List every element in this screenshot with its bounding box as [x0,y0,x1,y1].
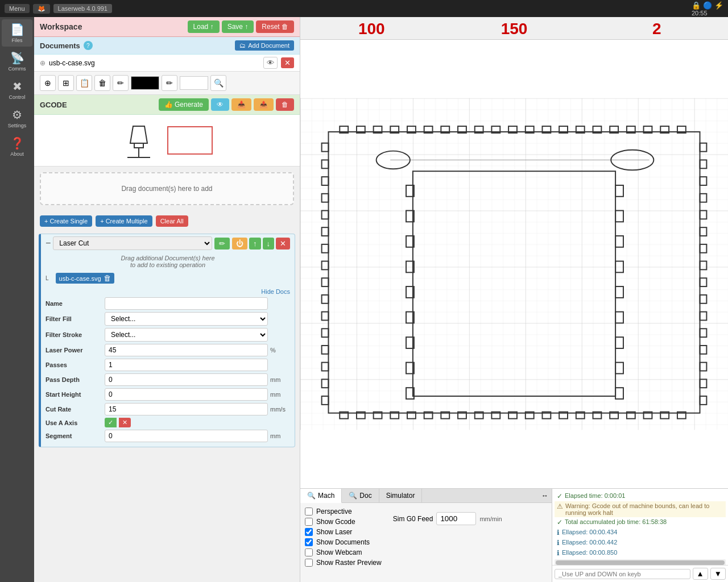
input-segment[interactable] [105,430,268,442]
checkbox-show-gcode[interactable] [305,518,313,526]
drag-hint-line2: to add to existing operation [46,261,290,268]
drag-area[interactable]: Drag document(s) here to add [40,172,294,205]
check-show-laser: Show Laser [305,528,382,536]
toggle-on-part[interactable]: ✓ [105,418,117,427]
drag-hint-text: Drag document(s) here to add [121,185,212,193]
sidebar-item-about[interactable]: ❓ About [2,133,32,160]
operation-power-button[interactable]: ⏻ [232,238,247,250]
sidebar-item-settings[interactable]: ⚙ Settings [2,105,32,132]
label-filter-fill: Filter Fill [46,315,102,322]
toggle-off-part[interactable]: ✕ [119,418,131,427]
drag-hint-line1: Drag additional Document(s) here [46,255,290,261]
hide-docs-link[interactable]: Hide Docs [41,288,295,295]
log-text-2: Total accumulated job time: 61:58:38 [565,518,667,525]
log-command-input[interactable] [555,569,690,579]
operation-down-button[interactable]: ↓ [263,238,275,250]
stroke-swatch[interactable] [180,76,208,90]
checkbox-show-laser[interactable] [305,528,313,536]
log-panel: ✓ Elapsed time: 0:00:01 ⚠ Warning: Gcode… [552,489,728,582]
input-start-height[interactable] [105,388,268,401]
checkbox-show-webcam[interactable] [305,548,313,556]
taskbar: Menu 🦊 Laserweb 4.0.991 🔒 🔵 ⚡ 20:55 [0,0,728,17]
sim-feed-label: Sim G0 Feed [393,515,433,523]
unit-start-height: mm [270,391,290,398]
input-pass-depth[interactable] [105,373,268,386]
log-footer: ▲ ▼ [552,565,728,582]
taskbar-menu[interactable]: Menu [5,4,30,13]
log-content: ✓ Elapsed time: 0:00:01 ⚠ Warning: Gcode… [552,489,728,565]
select-filter-stroke[interactable]: Select... [105,328,268,342]
laser-icon-svg [122,120,156,160]
sidebar-item-comms[interactable]: 📡 Comms [2,48,32,75]
doc-tag-remove[interactable]: 🗑 [104,274,111,282]
input-passes[interactable] [105,359,268,371]
input-cut-rate[interactable] [105,403,268,415]
stroke-tool[interactable]: ✏ [162,75,177,91]
tab-mach[interactable]: 🔍 Mach [300,489,342,503]
delete-tool[interactable]: 🗑 [94,75,110,91]
operation-buttons: + Create Single + Create Multiple Clear … [34,211,300,231]
scroll-icon-area: ↔ [538,489,552,502]
checkbox-perspective[interactable] [305,508,313,516]
select-tool[interactable]: ⊞ [58,75,74,91]
doc-tag-name: usb-c-case.svg [59,275,101,282]
checkbox-show-raster[interactable] [305,559,313,567]
create-single-button[interactable]: + Create Single [40,215,92,227]
remove-document-button[interactable]: ✕ [281,57,294,68]
workspace-header: Workspace Load ↑ Save ↑ Reset 🗑 [34,17,300,37]
checkbox-show-documents[interactable] [305,538,313,546]
taskbar-app-laserweb[interactable]: Laserweb 4.0.991 [53,4,112,13]
log-up-button[interactable]: ▲ [693,568,708,580]
tab-simulator[interactable]: Simulator [379,489,423,502]
input-name[interactable] [105,297,268,310]
label-show-gcode: Show Gcode [316,518,355,526]
form-row-segment: Segment mm [46,430,290,442]
operation-type-select[interactable]: Laser Cut Laser Engrave Raster Engrave [53,236,212,250]
ruler-top: 100 150 2 [300,17,728,40]
save-button[interactable]: Save ↑ [222,20,254,33]
operation-up-button[interactable]: ↑ [249,238,261,250]
select-filter-fill[interactable]: Select... [105,312,268,326]
sim-feed-input[interactable] [436,512,476,525]
documents-help-icon[interactable]: ? [84,41,93,50]
reset-button[interactable]: Reset 🗑 [256,20,294,33]
log-scrollbar[interactable] [556,560,725,565]
edit-tool[interactable]: ✏ [113,75,129,91]
label-laser-power: Laser Power [46,347,102,354]
gcode-delete-button[interactable]: 🗑 [276,98,294,111]
expand-icon[interactable]: ⊕ [40,59,46,67]
document-name: usb-c-case.svg [49,59,260,67]
form-row-pass-depth: Pass Depth mm [46,373,290,386]
load-button[interactable]: Load ↑ [188,20,220,33]
control-icon: ✖ [13,80,22,93]
taskbar-app-firefox[interactable]: 🦊 [33,4,50,14]
add-document-button[interactable]: 🗂 Add Document [235,40,294,51]
form-row-start-height: Start Height mm [46,388,290,401]
search-tool[interactable]: 🔍 [210,75,226,91]
sidebar-item-files[interactable]: 📄 Files [2,19,32,47]
tab-doc[interactable]: 🔍 Doc [342,489,379,502]
clear-all-button[interactable]: Clear All [156,215,188,227]
canvas-container[interactable] [300,40,728,488]
workspace-title: Workspace [40,22,82,31]
operation-delete-button[interactable]: ✕ [276,238,290,250]
create-multiple-icon: + [100,218,104,225]
gcode-view-button[interactable]: 👁 [211,98,229,111]
move-tool[interactable]: ⊕ [40,75,56,91]
bluetooth-icon: 🔵 [703,1,712,10]
log-down-button[interactable]: ▼ [710,568,726,580]
visibility-button[interactable]: 👁 [263,57,278,69]
sidebar-item-control[interactable]: ✖ Control [2,76,32,103]
gcode-download-button[interactable]: 📥 [231,98,251,111]
fill-swatch[interactable] [131,76,159,90]
input-laser-power[interactable] [105,344,268,356]
doc-tag: usb-c-case.svg 🗑 [56,273,114,284]
generate-button[interactable]: 👍 Generate [159,98,209,111]
gcode-upload-button[interactable]: 📤 [254,98,274,111]
operation-edit-button[interactable]: ✏ [214,238,230,250]
collapse-operation-button[interactable]: − [46,238,51,248]
toggle-use-a-axis[interactable]: ✓ ✕ [105,418,131,427]
copy-tool[interactable]: 📋 [76,75,92,91]
svg-marker-0 [130,126,147,143]
create-multiple-button[interactable]: + Create Multiple [96,215,152,227]
